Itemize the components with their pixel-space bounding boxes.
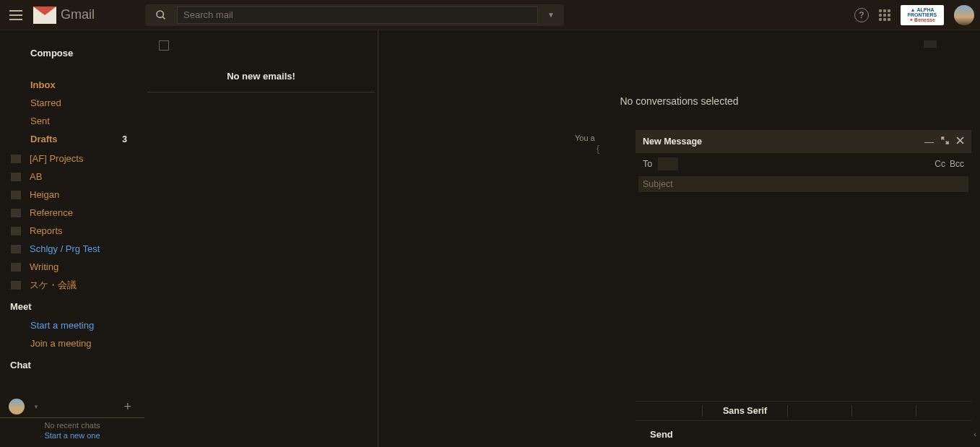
compose-button[interactable]: Compose <box>30 48 144 58</box>
toolbar-control[interactable] <box>924 40 937 48</box>
label-text: スケ・会議 <box>30 279 77 292</box>
nav-inbox[interactable]: Inbox <box>0 76 144 94</box>
label-color-icon <box>11 155 21 163</box>
no-recent-chats: No recent chats <box>0 421 144 430</box>
label-text: Schlgy / Prg Test <box>30 243 100 254</box>
chevron-down-icon: ▼ <box>33 404 39 410</box>
to-label: To <box>643 159 652 169</box>
label-item[interactable]: AB <box>0 168 144 186</box>
account-avatar[interactable] <box>954 5 974 25</box>
apps-icon[interactable] <box>879 9 890 21</box>
main-body: Compose Inbox Starred Sent Drafts3 [AF] … <box>0 30 980 447</box>
svg-point-0 <box>157 11 163 17</box>
search-icon[interactable] <box>145 9 177 21</box>
nav-label: Sent <box>30 116 50 126</box>
minimize-icon[interactable]: — <box>924 136 934 147</box>
meet-header: Meet <box>0 301 144 312</box>
label-text: Heigan <box>30 189 59 200</box>
chat-panel: ▼ + No recent chats Start a new one <box>0 396 144 447</box>
chat-avatar-icon <box>9 399 25 415</box>
label-item[interactable]: Writing <box>0 258 144 276</box>
organization-badge: ▲ALPHA FRONTIERS ✦Benesse <box>901 5 944 25</box>
compose-window-controls: — <box>924 136 964 147</box>
search-input[interactable] <box>177 6 538 24</box>
meet-list: Start a meeting Join a meeting <box>0 316 144 352</box>
nav-label: Starred <box>30 97 61 108</box>
start-meeting[interactable]: Start a meeting <box>0 316 144 334</box>
truncated-text: You a <box>575 134 595 142</box>
nav-starred[interactable]: Starred <box>0 94 144 112</box>
nav-label: Drafts <box>30 134 58 144</box>
label-text: Writing <box>30 261 58 272</box>
subject-input[interactable] <box>638 176 968 192</box>
cc-button[interactable]: Cc <box>935 159 945 169</box>
nav-folders: Inbox Starred Sent Drafts3 <box>0 76 144 148</box>
label-item[interactable]: [AF] Projects <box>0 149 144 168</box>
label-item[interactable]: スケ・会議 <box>0 276 144 294</box>
side-panel-toggle[interactable]: ‹ <box>970 427 980 441</box>
gmail-icon <box>33 6 56 24</box>
drafts-count: 3 <box>122 134 127 144</box>
compose-header[interactable]: New Message — <box>636 130 971 153</box>
thread-list-panel: No new emails! <box>144 30 378 447</box>
help-icon[interactable]: ? <box>854 8 869 22</box>
bcc-button[interactable]: Bcc <box>950 159 964 169</box>
divider <box>787 405 788 417</box>
label-text: Reference <box>30 207 73 218</box>
divider <box>851 405 852 417</box>
label-text: [AF] Projects <box>30 153 83 164</box>
gmail-logo[interactable]: Gmail <box>33 6 95 24</box>
font-selector[interactable]: Sans Serif <box>723 406 767 416</box>
nav-sent[interactable]: Sent <box>0 112 144 130</box>
label-item[interactable]: Reference <box>0 204 144 222</box>
label-item[interactable]: Heigan <box>0 186 144 204</box>
label-color-icon <box>11 263 21 272</box>
start-new-chat[interactable]: Start a new one <box>0 431 144 439</box>
send-button[interactable]: Send <box>650 429 673 440</box>
label-color-icon <box>11 245 21 253</box>
search-options-button[interactable]: ▼ <box>538 11 564 19</box>
to-input[interactable] <box>658 157 678 170</box>
subject-row <box>638 176 968 192</box>
new-chat-button[interactable]: + <box>123 399 131 415</box>
chat-user-row[interactable]: ▼ + <box>0 396 144 418</box>
select-all-checkbox[interactable] <box>159 40 169 51</box>
reading-panel: No conversations selected You a { New Me… <box>378 30 980 447</box>
label-item[interactable]: Schlgy / Prg Test <box>0 240 144 258</box>
label-text: Reports <box>30 225 63 236</box>
search-bar: ▼ <box>145 4 564 26</box>
compose-title: New Message <box>643 136 702 147</box>
no-conversation-text: No conversations selected <box>378 95 980 107</box>
reading-toolbar <box>378 30 980 61</box>
svg-line-1 <box>162 17 165 19</box>
label-color-icon <box>11 191 21 199</box>
label-color-icon <box>11 281 21 290</box>
compose-window: New Message — To Cc <box>636 130 971 447</box>
label-color-icon <box>11 209 21 217</box>
nav-drafts[interactable]: Drafts3 <box>0 130 144 148</box>
product-name: Gmail <box>61 7 95 22</box>
divider <box>702 405 703 417</box>
main-menu-button[interactable] <box>0 10 32 20</box>
nav-label: Inbox <box>30 79 56 90</box>
format-toolbar: Sans Serif <box>636 401 971 421</box>
close-icon[interactable] <box>956 136 964 147</box>
empty-thread-message: No new emails! <box>147 61 375 92</box>
join-meeting[interactable]: Join a meeting <box>0 334 144 352</box>
label-item[interactable]: Reports <box>0 222 144 240</box>
label-color-icon <box>11 173 21 181</box>
sidebar: Compose Inbox Starred Sent Drafts3 [AF] … <box>0 30 144 447</box>
send-row: Send <box>636 421 971 447</box>
label-text: AB <box>30 171 42 182</box>
to-row: To Cc Bcc <box>636 153 971 175</box>
thread-toolbar <box>144 30 378 61</box>
hamburger-icon <box>9 10 22 20</box>
meet-label: Join a meeting <box>30 338 92 349</box>
fullscreen-icon[interactable] <box>941 136 949 147</box>
truncated-glyph: { <box>597 144 599 154</box>
compose-body[interactable] <box>638 195 968 398</box>
app-header: Gmail ▼ ? ▲ALPHA FRONTIERS ✦Benesse <box>0 0 980 30</box>
chat-header: Chat <box>0 360 144 370</box>
divider <box>916 405 916 417</box>
chat-empty: No recent chats Start a new one <box>0 418 144 447</box>
